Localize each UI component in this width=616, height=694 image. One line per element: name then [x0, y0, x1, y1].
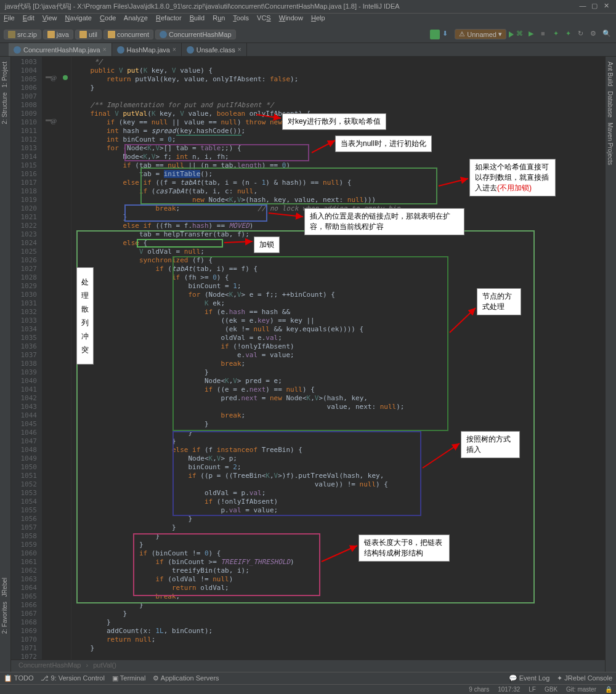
right-sidebar: Ant Build Database Maven Projects	[605, 57, 616, 672]
crumb-class[interactable]: ConcurrentHashMap	[18, 661, 81, 669]
menu-window[interactable]: Window	[279, 14, 303, 22]
jrebel-debug-button[interactable]: ✦	[565, 30, 575, 39]
marker-column: @ @	[42, 57, 71, 672]
crumb-java[interactable]: java	[43, 30, 73, 39]
minimize-button[interactable]: —	[578, 2, 588, 9]
crumb-srczip[interactable]: src.zip	[4, 30, 41, 39]
maximize-button[interactable]: ▢	[590, 2, 599, 10]
menu-tools[interactable]: Tools	[233, 14, 249, 22]
tool-structure[interactable]: 2: Structure	[1, 92, 8, 124]
panel-todo[interactable]: 📋 TODO	[4, 674, 33, 682]
close-button[interactable]: ✕	[601, 2, 611, 10]
status-git[interactable]: Git: master	[566, 686, 596, 693]
annotation-lock: 加锁	[254, 236, 280, 253]
tool-maven[interactable]: Maven Projects	[607, 123, 614, 165]
settings-button[interactable]: ⚙	[590, 30, 600, 39]
menu-file[interactable]: File	[4, 14, 15, 22]
status-lock[interactable]: 🔒	[605, 686, 612, 693]
status-le[interactable]: LF	[529, 686, 536, 693]
menubar: File Edit View Navigate Code Analyze Ref…	[0, 14, 616, 26]
zip-icon	[8, 31, 15, 38]
crumb-method[interactable]: putVal()	[93, 661, 116, 669]
class-icon	[14, 46, 21, 54]
folder-icon	[79, 31, 87, 38]
tab-hashmap[interactable]: HashMap.java×	[112, 43, 182, 56]
annotation-init: 当表为null时，进行初始化	[335, 135, 432, 152]
search-button[interactable]: 🔍	[602, 30, 612, 39]
tool-project[interactable]: 1: Project	[1, 62, 8, 87]
annotation-treeify: 链表长度大于8，把链表结构转成树形结构	[359, 535, 450, 562]
menu-edit[interactable]: Edit	[23, 14, 34, 22]
bottom-toolbar: 📋 TODO ⎇ 9: Version Control ▣ Terminal ⚙…	[0, 672, 616, 684]
tool-ant[interactable]: Ant Build	[607, 62, 614, 86]
panel-vcs[interactable]: ⎇ 9: Version Control	[41, 674, 105, 682]
line-gutter: 1003100410051006100710081009101010111012…	[11, 57, 42, 672]
class-icon	[117, 46, 124, 54]
menu-run[interactable]: Run	[213, 14, 225, 22]
menu-code[interactable]: Code	[100, 14, 116, 22]
annotation-transfer: 插入的位置是表的链接点时，那就表明在扩容，帮助当前线程扩容	[304, 208, 464, 235]
status-enc[interactable]: GBK	[545, 686, 557, 693]
jrebel-button[interactable]: ✦	[553, 30, 563, 39]
panel-terminal[interactable]: ▣ Terminal	[112, 674, 145, 682]
folder-icon	[108, 31, 115, 38]
crumb-util[interactable]: util	[75, 30, 102, 39]
close-icon[interactable]: ×	[103, 46, 107, 53]
tab-unsafe[interactable]: Unsafe.class×	[182, 43, 247, 56]
editor: 1003100410051006100710081009101010111012…	[11, 57, 605, 672]
menu-navigate[interactable]: Navigate	[65, 14, 92, 22]
annotation-node: 节点的方式处理	[477, 288, 521, 315]
crumb-concurrent[interactable]: concurrent	[103, 30, 153, 39]
sync-button[interactable]: ↻	[578, 30, 588, 39]
tool-jrebel[interactable]: JRebel	[1, 578, 8, 597]
run-config-selector[interactable]: ⚠ Unnamed ▾	[455, 29, 506, 39]
statusbar: 9 chars 1017:32 LF GBK Git: master 🔒	[0, 684, 616, 694]
tool-database[interactable]: Database	[607, 91, 614, 118]
tool-favorites[interactable]: 2: Favorites	[1, 602, 8, 634]
annotation-tree: 按照树的方式插入	[461, 431, 520, 458]
coverage-button[interactable]: ▶	[529, 30, 538, 39]
panel-jrebel[interactable]: ✦ JRebel Console	[557, 674, 612, 682]
folder-icon	[47, 31, 55, 38]
debug-icon[interactable]: ⬇	[442, 30, 452, 39]
menu-build[interactable]: Build	[190, 14, 205, 22]
crumb-class[interactable]: ConcurrentHashMap	[155, 30, 236, 39]
status-chars: 9 chars	[469, 686, 489, 693]
structure-crumb: ConcurrentHashMap›putVal()	[11, 660, 605, 672]
left-sidebar: 1: Project 2: Structure JRebel 2: Favori…	[0, 57, 11, 672]
annotation-hash: 对key进行散列，获取哈希值	[282, 113, 386, 130]
titlebar: java代码 [D:\java代码] - X:\Program Files\Ja…	[0, 0, 616, 14]
nav-toolbar: src.zip java util concurrent ConcurrentH…	[0, 26, 616, 43]
annotation-collision: 处 理 散 列 冲 突	[76, 267, 94, 365]
menu-refactor[interactable]: Refactor	[156, 14, 182, 22]
panel-appservers[interactable]: ⚙ Application Servers	[153, 674, 219, 682]
override-marker[interactable]	[63, 75, 68, 80]
menu-view[interactable]: View	[43, 14, 57, 22]
debug-button[interactable]: ⌘	[516, 30, 526, 39]
tab-concurrenthashmap[interactable]: ConcurrentHashMap.java×	[9, 43, 112, 56]
fold-marker[interactable]	[46, 76, 52, 78]
menu-vcs[interactable]: VCS	[257, 14, 271, 22]
window-title: java代码 [D:\java代码] - X:\Program Files\Ja…	[5, 2, 400, 11]
panel-eventlog[interactable]: 💬 Event Log	[509, 674, 550, 682]
build-icon[interactable]	[430, 30, 440, 39]
annotation-cas: 如果这个哈希值直接可以存到数组，就直接插入进去(不用加锁)	[469, 159, 556, 196]
status-pos[interactable]: 1017:32	[498, 686, 520, 693]
class-icon	[187, 46, 194, 54]
editor-tabs: ConcurrentHashMap.java× HashMap.java× Un…	[0, 43, 616, 57]
window-controls: — ▢ ✕	[578, 2, 611, 11]
stop-button[interactable]: ■	[541, 30, 551, 39]
run-button[interactable]	[509, 31, 514, 38]
close-icon[interactable]: ×	[238, 46, 241, 53]
class-icon	[160, 31, 167, 38]
close-icon[interactable]: ×	[172, 46, 176, 53]
menu-help[interactable]: Help	[311, 14, 325, 22]
menu-analyze[interactable]: Analyze	[124, 14, 148, 22]
fold-marker[interactable]	[46, 119, 52, 121]
